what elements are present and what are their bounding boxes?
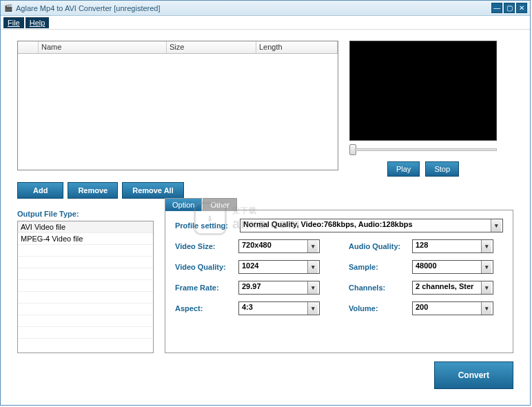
aspect-select[interactable]: 4:3 [238,301,320,315]
remove-button[interactable]: Remove [68,182,118,199]
menu-file[interactable]: File [3,17,24,28]
minimize-button[interactable]: — [491,3,502,13]
file-list-table[interactable]: Name Size Length [17,41,338,170]
list-item [18,304,153,315]
video-quality-label: Video Quality: [175,263,238,271]
stop-button[interactable]: Stop [425,161,459,177]
table-header: Name Size Length [18,41,338,54]
list-item [18,268,153,280]
frame-rate-label: Frame Rate: [175,284,238,292]
settings-panel: Option Other Profile setting: Normal Qua… [165,210,513,353]
menubar: File Help [1,16,530,30]
menu-help[interactable]: Help [25,17,50,28]
seek-slider[interactable] [349,143,497,156]
video-size-select[interactable]: 720x480 [238,239,320,253]
play-button[interactable]: Play [387,161,420,177]
profile-label: Profile setting: [175,221,240,230]
profile-select[interactable]: Normal Quality, Video:768kbps, Audio:128… [240,219,503,232]
list-item[interactable]: AVI Video file [18,221,153,233]
video-size-label: Video Size: [175,242,238,250]
maximize-button[interactable]: ▢ [504,3,515,13]
slider-track [355,148,497,151]
app-window: 🎬 Aglare Mp4 to AVI Converter [unregiste… [0,0,531,406]
volume-select[interactable]: 200 [412,301,493,315]
close-button[interactable]: ✕ [516,3,527,13]
titlebar: 🎬 Aglare Mp4 to AVI Converter [unregiste… [1,1,530,16]
video-preview [349,41,497,141]
sample-label: Sample: [349,263,412,271]
convert-button[interactable]: Convert [434,361,513,389]
aspect-label: Aspect: [175,304,238,312]
app-icon: 🎬 [3,3,13,13]
preview-panel: Play Stop [349,41,513,177]
list-item [18,315,153,327]
list-item [18,280,153,292]
list-item [18,257,153,268]
audio-quality-select[interactable]: 128 [412,239,493,253]
channels-label: Channels: [349,284,412,292]
list-item [18,245,153,257]
window-title: Aglare Mp4 to AVI Converter [unregistere… [16,4,491,12]
col-checkbox[interactable] [18,41,39,53]
audio-quality-label: Audio Quality: [349,242,412,250]
file-action-buttons: Add Remove Remove All [17,182,513,199]
col-length[interactable]: Length [256,41,338,53]
col-name[interactable]: Name [39,41,167,53]
output-type-label: Output File Type: [17,210,154,218]
add-button[interactable]: Add [17,182,63,199]
channels-select[interactable]: 2 channels, Ster [412,281,493,295]
col-size[interactable]: Size [167,41,256,53]
tab-option[interactable]: Option [165,198,202,211]
frame-rate-select[interactable]: 29.97 [238,281,320,295]
list-item [18,292,153,304]
tab-other[interactable]: Other [203,198,237,211]
volume-label: Volume: [349,304,412,312]
list-item[interactable]: MPEG-4 Video file [18,233,153,245]
video-quality-select[interactable]: 1024 [238,260,320,274]
remove-all-button[interactable]: Remove All [122,182,184,199]
sample-select[interactable]: 48000 [412,260,493,274]
output-type-list[interactable]: AVI Video file MPEG-4 Video file [17,221,154,353]
list-item [18,327,153,339]
